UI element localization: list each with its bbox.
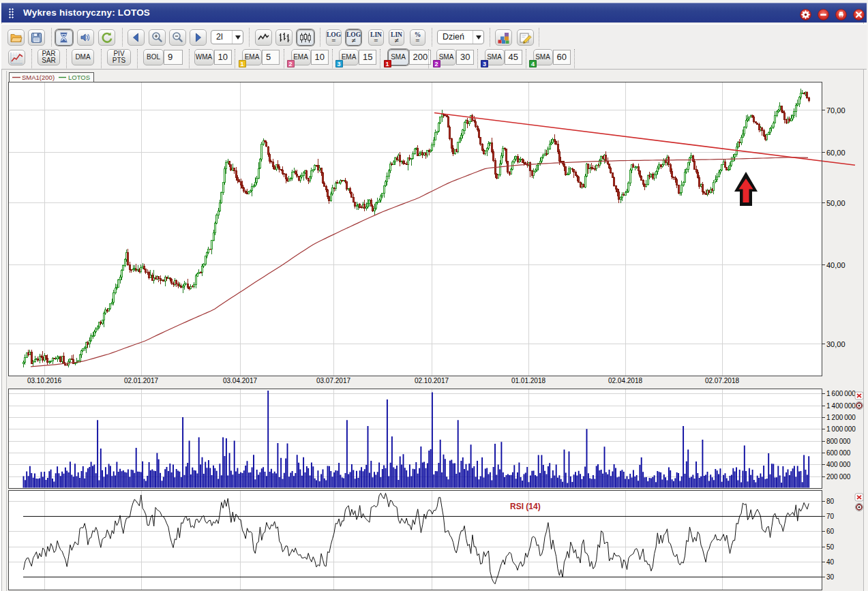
svg-text:1 200 000: 1 200 000 bbox=[826, 414, 856, 421]
svg-text:400 000: 400 000 bbox=[826, 461, 851, 468]
svg-text:800 000: 800 000 bbox=[826, 438, 851, 445]
svg-text:RSI (14): RSI (14) bbox=[510, 502, 541, 511]
svg-text:40: 40 bbox=[826, 558, 835, 566]
svg-text:50,00: 50,00 bbox=[826, 199, 845, 207]
svg-text:1 600 000: 1 600 000 bbox=[826, 390, 856, 397]
svg-text:03.10.2016: 03.10.2016 bbox=[27, 377, 61, 384]
svg-text:=: = bbox=[374, 36, 378, 44]
svg-text:02.01.2017: 02.01.2017 bbox=[124, 377, 158, 384]
svg-text:40,00: 40,00 bbox=[826, 261, 845, 269]
svg-text:60,00: 60,00 bbox=[826, 149, 845, 157]
svg-text:1 000 000: 1 000 000 bbox=[826, 425, 856, 433]
svg-text:600 000: 600 000 bbox=[826, 449, 851, 457]
svg-text:SMA1(200): SMA1(200) bbox=[22, 74, 55, 81]
svg-text:02.07.2018: 02.07.2018 bbox=[705, 377, 739, 384]
svg-text:02.04.2018: 02.04.2018 bbox=[608, 377, 642, 384]
svg-text:03.04.2017: 03.04.2017 bbox=[223, 377, 257, 384]
svg-text:60: 60 bbox=[826, 528, 835, 535]
svg-text:LOTOS: LOTOS bbox=[68, 74, 90, 81]
svg-text:≠: ≠ bbox=[394, 36, 398, 44]
svg-text:01.01.2018: 01.01.2018 bbox=[511, 377, 545, 384]
svg-text:=: = bbox=[415, 36, 419, 44]
svg-text:80: 80 bbox=[826, 498, 835, 505]
svg-text:30: 30 bbox=[826, 573, 835, 581]
svg-text:03.07.2017: 03.07.2017 bbox=[316, 377, 350, 384]
svg-text:70,00: 70,00 bbox=[826, 106, 845, 115]
svg-text:50: 50 bbox=[826, 543, 835, 551]
svg-text:02.10.2017: 02.10.2017 bbox=[415, 377, 449, 384]
svg-text:=: = bbox=[331, 36, 335, 44]
svg-text:30,00: 30,00 bbox=[826, 340, 845, 348]
svg-text:200 000: 200 000 bbox=[826, 473, 851, 481]
svg-text:≠: ≠ bbox=[351, 36, 355, 44]
svg-text:1 400 000: 1 400 000 bbox=[826, 402, 856, 410]
svg-text:70: 70 bbox=[826, 513, 835, 520]
